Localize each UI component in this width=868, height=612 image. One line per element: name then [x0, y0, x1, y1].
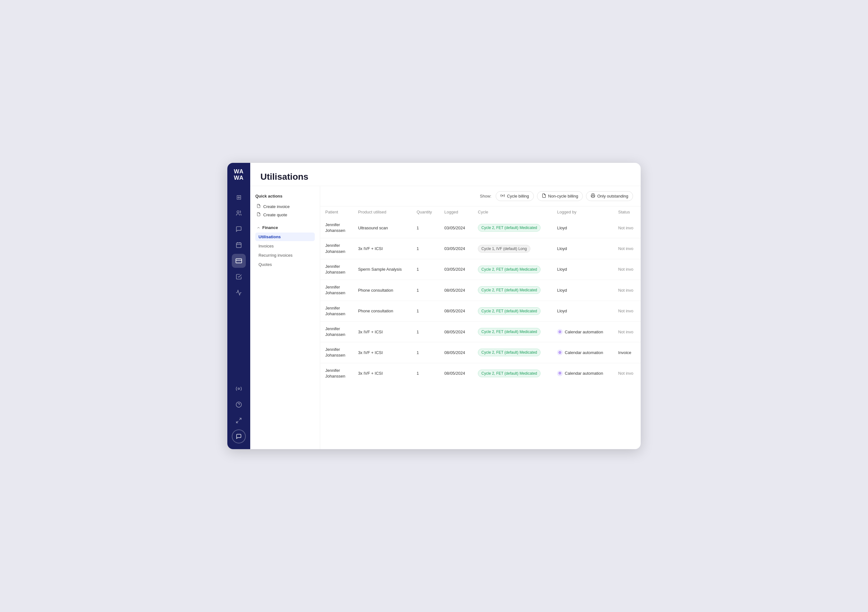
only-outstanding-filter[interactable]: Only outstanding — [586, 191, 633, 201]
page-title: Utilisations — [260, 172, 631, 182]
table-row[interactable]: JenniferJohanssen3x IVF + ICSI108/05/202… — [320, 363, 641, 384]
cell-patient: JenniferJohanssen — [320, 259, 353, 280]
table-row[interactable]: JenniferJohanssen3x IVF + ICSI108/05/202… — [320, 342, 641, 363]
table-row[interactable]: JenniferJohanssen3x IVF + ICSI108/05/202… — [320, 321, 641, 342]
utilisations-table: Patient Product utilised Quantity Logged… — [320, 207, 641, 384]
cell-logged: 03/05/2024 — [439, 217, 473, 238]
cell-logged-by: Lloyd — [552, 301, 613, 321]
table-toolbar: Show: Cycle billing Non-cycle billing — [320, 186, 641, 207]
dashboard-icon[interactable]: ⊞ — [232, 190, 246, 204]
svg-rect-5 — [236, 259, 242, 263]
col-cycle: Cycle — [473, 207, 552, 217]
calendar-auto-icon: ⚙ — [557, 329, 563, 335]
cell-quantity: 1 — [411, 217, 439, 238]
table-row[interactable]: JenniferJohanssenPhone consultation108/0… — [320, 280, 641, 301]
cell-patient: JenniferJohanssen — [320, 321, 353, 342]
cell-quantity: 1 — [411, 238, 439, 259]
cell-logged-by: ⚙ Calendar automation — [552, 342, 613, 363]
cell-logged: 03/05/2024 — [439, 238, 473, 259]
help-icon[interactable] — [232, 398, 246, 412]
cell-quantity: 1 — [411, 321, 439, 342]
cell-logged-by: Lloyd — [552, 259, 613, 280]
create-invoice-button[interactable]: Create invoice — [255, 202, 315, 211]
non-cycle-billing-label: Non-cycle billing — [548, 194, 578, 199]
print-icon — [591, 193, 595, 199]
cycle-billing-icon — [501, 193, 505, 199]
content-area: Quick actions Create invoice Create quot… — [250, 186, 641, 449]
cell-product: 3x IVF + ICSI — [353, 363, 411, 384]
non-cycle-icon — [542, 193, 546, 199]
cell-product: Phone consultation — [353, 301, 411, 321]
cell-status: Not invo — [613, 217, 641, 238]
cell-status: Not invo — [613, 363, 641, 384]
logged-by-name: Calendar automation — [565, 371, 603, 376]
cell-logged: 08/05/2024 — [439, 342, 473, 363]
cell-quantity: 1 — [411, 301, 439, 321]
cell-cycle: Cycle 2, FET (default) Medicated — [473, 342, 552, 363]
table-row[interactable]: JenniferJohanssenSperm Sample Analysis10… — [320, 259, 641, 280]
non-cycle-billing-filter[interactable]: Non-cycle billing — [537, 191, 583, 201]
create-quote-button[interactable]: Create quote — [255, 211, 315, 219]
cell-product: 3x IVF + ICSI — [353, 342, 411, 363]
nav-utilisations[interactable]: Utilisations — [255, 233, 315, 241]
finance-section-label: Finance — [262, 225, 278, 230]
sidebar-bottom — [232, 382, 246, 443]
cell-product: Phone consultation — [353, 280, 411, 301]
cell-patient: JenniferJohanssen — [320, 363, 353, 384]
cell-status: Not invo — [613, 280, 641, 301]
create-invoice-label: Create invoice — [263, 204, 290, 209]
only-outstanding-label: Only outstanding — [597, 194, 628, 199]
cell-status: Not invo — [613, 301, 641, 321]
settings-icon[interactable] — [232, 382, 246, 396]
invoice-icon — [257, 204, 261, 209]
reports-icon[interactable] — [232, 270, 246, 284]
chat-bubble-button[interactable] — [232, 429, 246, 443]
table-area: Show: Cycle billing Non-cycle billing — [320, 186, 641, 449]
table-row[interactable]: JenniferJohanssenPhone consultation108/0… — [320, 301, 641, 321]
table-header: Patient Product utilised Quantity Logged… — [320, 207, 641, 217]
cycle-badge: Cycle 2, FET (default) Medicated — [478, 307, 541, 315]
cell-product: 3x IVF + ICSI — [353, 238, 411, 259]
cell-cycle: Cycle 1, IVF (default) Long — [473, 238, 552, 259]
cell-logged-by: Lloyd — [552, 238, 613, 259]
col-logged: Logged — [439, 207, 473, 217]
cell-status: Not invo — [613, 238, 641, 259]
logo: WA WA — [234, 169, 244, 181]
col-logged-by: Logged by — [552, 207, 613, 217]
cell-logged-by: ⚙ Calendar automation — [552, 363, 613, 384]
finance-section[interactable]: Finance — [257, 225, 315, 230]
svg-point-7 — [238, 388, 240, 390]
cycle-billing-filter[interactable]: Cycle billing — [496, 191, 533, 201]
col-patient: Patient — [320, 207, 353, 217]
calendar-auto-icon: ⚙ — [557, 349, 563, 355]
export-icon[interactable] — [232, 413, 246, 427]
col-status: Status — [613, 207, 641, 217]
calendar-icon[interactable] — [232, 238, 246, 252]
cell-product: Ultrasound scan — [353, 217, 411, 238]
cell-quantity: 1 — [411, 280, 439, 301]
cell-cycle: Cycle 2, FET (default) Medicated — [473, 259, 552, 280]
svg-point-10 — [502, 195, 504, 196]
billing-icon[interactable] — [232, 254, 246, 268]
table-body: JenniferJohanssenUltrasound scan103/05/2… — [320, 217, 641, 384]
cell-logged: 08/05/2024 — [439, 321, 473, 342]
users-icon[interactable] — [232, 206, 246, 220]
nav-recurring-invoices[interactable]: Recurring invoices — [255, 251, 315, 259]
cell-quantity: 1 — [411, 259, 439, 280]
cell-patient: JenniferJohanssen — [320, 301, 353, 321]
cycle-badge: Cycle 2, FET (default) Medicated — [478, 266, 541, 273]
chat-icon[interactable] — [232, 222, 246, 236]
left-nav: Quick actions Create invoice Create quot… — [250, 186, 320, 449]
cell-status: Invoice — [613, 342, 641, 363]
nav-quotes[interactable]: Quotes — [255, 260, 315, 269]
create-quote-label: Create quote — [263, 213, 287, 217]
analytics-icon[interactable] — [232, 286, 246, 300]
cycle-badge: Cycle 2, FET (default) Medicated — [478, 328, 541, 336]
top-bar: Utilisations — [250, 163, 641, 186]
table-row[interactable]: JenniferJohanssen3x IVF + ICSI103/05/202… — [320, 238, 641, 259]
svg-rect-11 — [592, 196, 594, 197]
logged-by-name: Calendar automation — [565, 329, 603, 334]
svg-point-0 — [237, 211, 239, 213]
nav-invoices[interactable]: Invoices — [255, 242, 315, 250]
table-row[interactable]: JenniferJohanssenUltrasound scan103/05/2… — [320, 217, 641, 238]
